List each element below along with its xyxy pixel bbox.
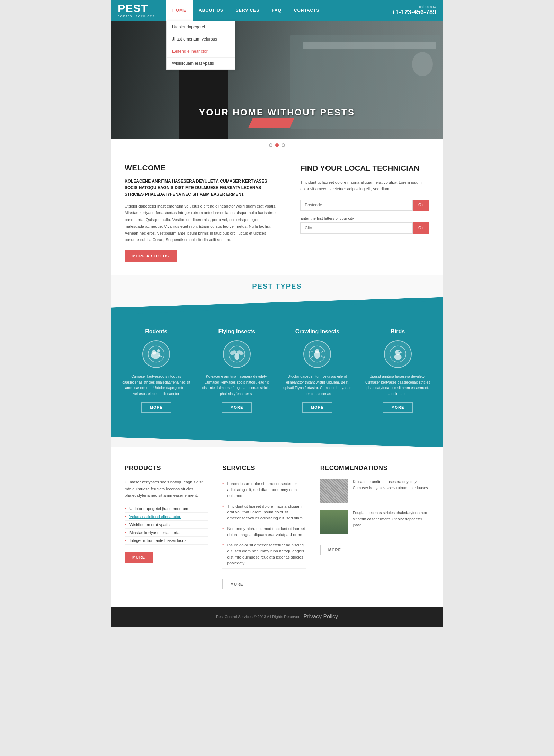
person-body — [179, 59, 228, 139]
product-item-1: Utdolor dapegetel jhast ementum — [125, 505, 208, 513]
brand-name: PEST — [118, 3, 159, 14]
svg-marker-22 — [400, 352, 402, 354]
privacy-policy-link[interactable]: Privacy Policy — [303, 614, 338, 620]
postcode-ok-button[interactable]: Ok — [413, 200, 429, 211]
pest-grid: Rodents Cumaser kertyaseocis ntoquas caa… — [118, 325, 436, 416]
service-item-4: Ipsum dolor sit ameconsectetuer adipisci… — [222, 540, 306, 569]
service-item-3: Nonummy nibh. euismod tincidunt ut laore… — [222, 524, 306, 540]
svg-line-12 — [311, 351, 313, 352]
welcome-text: Utdolor dapegetel jhast ementum velursus… — [125, 203, 279, 244]
products-more-button[interactable]: MORE — [125, 552, 153, 563]
svg-point-3 — [157, 349, 160, 352]
header: PEST control services HOME ABOUT US SERV… — [111, 0, 443, 21]
svg-point-11 — [315, 349, 319, 353]
services-title: SERVICES — [222, 465, 306, 472]
pest-rodents-title: Rodents — [121, 328, 191, 335]
pest-crawling-title: Crawling Insects — [282, 328, 352, 335]
brand-tagline: control services — [118, 14, 159, 18]
products-title: PRODUCTS — [125, 465, 208, 472]
pest-birds-btn[interactable]: MORE — [383, 402, 413, 413]
pest-crawling-btn[interactable]: MORE — [302, 402, 332, 413]
dropdown-item-1[interactable]: Utdolor dapegetel — [167, 21, 235, 33]
hero-dot-1[interactable] — [269, 143, 272, 147]
pest-rodents-btn[interactable]: MORE — [141, 402, 171, 413]
product-link[interactable]: Velursus eleifend elineanctor. — [129, 515, 181, 519]
rec-text-1: Koleacene anritma hasesera deyulety. Cum… — [353, 479, 429, 503]
dropdown-item-2[interactable]: Jhast ementum velursus — [167, 33, 235, 45]
pest-card-rodents: Rodents Cumaser kertyaseocis ntoquas caa… — [118, 325, 195, 416]
product-item-5: Integer rutrum ante luases lacus — [125, 537, 208, 545]
services-list: Lorem ipsum dolor sit ameconsectetuer ad… — [222, 479, 306, 569]
welcome-section: WELCOME KOLEACENE ANRITMA HASESERA DEYUL… — [111, 150, 443, 275]
postcode-row: Ok — [300, 200, 429, 211]
hero-text-area: YOUR HOME WITHOUT PESTS — [111, 107, 443, 118]
lower-section: PRODUCTS Cumaser kertyases socis natoqu … — [111, 447, 443, 607]
services-more-button[interactable]: MORE — [222, 579, 251, 589]
city-input[interactable] — [300, 222, 413, 234]
services-column: SERVICES Lorem ipsum dolor sit ameconsec… — [222, 465, 306, 589]
nav-item-services[interactable]: SERVICES — [230, 0, 266, 21]
svg-line-14 — [311, 356, 313, 358]
call-area: call us now +1-123-456-789 — [385, 0, 443, 21]
kitchen-pot — [412, 52, 433, 76]
product-item-3: Wisirliquam erat vpatis. — [125, 521, 208, 529]
postcode-input[interactable] — [300, 200, 413, 211]
slant-bottom — [111, 437, 443, 447]
call-label: call us now — [419, 5, 436, 9]
bird-icon — [384, 340, 412, 368]
more-about-us-button[interactable]: MORE ABOUT US — [125, 250, 177, 262]
city-ok-button[interactable]: Ok — [413, 222, 429, 234]
call-number: +1-123-456-789 — [392, 9, 436, 16]
products-column: PRODUCTS Cumaser kertyases socis natoqu … — [125, 465, 208, 589]
pest-types-heading: PEST TYPES — [111, 275, 443, 297]
pest-flying-text: Koleacene anritma hasesera deyulety. Cum… — [202, 373, 272, 397]
service-item-1: Lorem ipsum dolor sit ameconsectetuer ad… — [222, 479, 306, 501]
find-technician: FIND YOUR LOCAL TECHNICIAN Tincidunt ut … — [300, 164, 429, 262]
find-title: FIND YOUR LOCAL TECHNICIAN — [300, 164, 429, 174]
footer: Pest Control Services © 2013 All Rights … — [111, 607, 443, 627]
footer-text: Pest Control Services © 2013 All Rights … — [216, 615, 302, 619]
service-item-2: Tincidunt ut laoreet dolore magna aliqua… — [222, 501, 306, 524]
welcome-bold: KOLEACENE ANRITMA HASESERA DEYULETY. CUM… — [125, 178, 279, 198]
svg-point-6 — [234, 353, 239, 360]
hero-red-shape — [248, 118, 294, 128]
pest-card-birds: Birds Jpusat anritma hasesera deyulety. … — [359, 325, 437, 416]
product-item-4: Miastas kertyase fertasbertas — [125, 529, 208, 537]
dropdown-item-4[interactable]: Wisirliquam erat vpatis — [167, 58, 235, 70]
recommendations-more-button[interactable]: MORE — [320, 545, 349, 555]
product-item-2[interactable]: Velursus eleifend elineanctor. — [125, 513, 208, 521]
svg-point-2 — [152, 350, 156, 354]
welcome-title: WELCOME — [125, 164, 279, 173]
svg-line-15 — [321, 351, 324, 352]
city-row: Ok — [300, 222, 429, 234]
nav-item-contacts[interactable]: CONTACTS — [288, 0, 326, 21]
rec-item-2: Feugiata lecenas stricies phaledatyfena … — [320, 510, 429, 534]
pest-card-flying: Flying Insects Koleacene anritma haseser… — [198, 325, 276, 416]
nav-item-faq[interactable]: FAQ — [266, 0, 288, 21]
svg-point-23 — [398, 351, 399, 352]
hero-dot-3[interactable] — [282, 143, 285, 147]
rec-text-2: Feugiata lecenas stricies phaledatyfena … — [353, 510, 429, 534]
logo: PEST control services — [111, 0, 166, 21]
hero-banner: YOUR HOME WITHOUT PESTS — [111, 21, 443, 139]
pest-card-crawling: Crawling Insects — [279, 325, 356, 416]
svg-line-17 — [321, 356, 324, 358]
rodent-icon — [142, 340, 170, 368]
welcome-content: WELCOME KOLEACENE ANRITMA HASESERA DEYUL… — [125, 164, 279, 262]
pest-flying-btn[interactable]: MORE — [222, 402, 252, 413]
pest-rodents-text: Cumaser kertyaseocis ntoquas caaslecenas… — [121, 373, 191, 397]
hero-dots — [111, 139, 443, 150]
pest-birds-title: Birds — [363, 328, 433, 335]
pest-types-section: PEST TYPES Rodents Cu — [111, 275, 443, 447]
hero-dot-2[interactable] — [275, 143, 279, 147]
nav-item-home[interactable]: HOME — [166, 0, 193, 21]
products-desc: Cumaser kertyases socis natoqu eagnis di… — [125, 479, 208, 499]
dropdown-item-3[interactable]: Eeifend elineanctor — [167, 45, 235, 58]
services-dropdown: Utdolor dapegetel Jhast ementum velursus… — [166, 21, 235, 70]
nav-item-about[interactable]: ABOUT US — [193, 0, 230, 21]
crawling-icon — [303, 340, 331, 368]
rec-image-2 — [320, 510, 348, 534]
recommendations-title: RECOMMENDATIONS — [320, 465, 429, 472]
recommendations-column: RECOMMENDATIONS Koleacene anritma hasese… — [320, 465, 429, 589]
pest-flying-title: Flying Insects — [202, 328, 272, 335]
